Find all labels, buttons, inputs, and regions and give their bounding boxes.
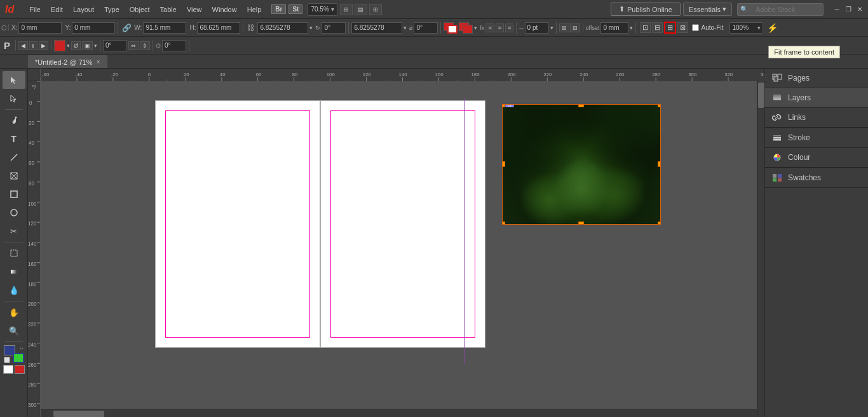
h-scrollbar-thumb[interactable]	[53, 411, 104, 417]
menu-window[interactable]: Window	[207, 3, 242, 16]
document-tab[interactable]: *Untitled-2 @ 71% ×	[28, 55, 107, 68]
flip-v[interactable]: ⇕	[140, 41, 150, 50]
field2-input[interactable]	[351, 22, 402, 34]
lock-icon[interactable]: 🔗	[122, 23, 132, 32]
ellipse-tool[interactable]	[3, 204, 25, 222]
constrain-icon[interactable]: ⛓	[247, 23, 255, 32]
menu-edit[interactable]: Edit	[46, 3, 68, 16]
offset-chevron[interactable]: ▾	[630, 25, 633, 31]
preview-mode-btn[interactable]	[15, 365, 25, 374]
canvas-area[interactable]: -60 -40 -20 0 20 40 60 80	[28, 69, 764, 417]
bridge-btn[interactable]: Br	[271, 4, 286, 14]
field2-chevron[interactable]: ▾	[403, 25, 407, 31]
vertical-scrollbar[interactable]	[757, 81, 764, 417]
minimize-button[interactable]: ─	[832, 4, 842, 15]
menu-file[interactable]: File	[24, 3, 46, 16]
next-frame[interactable]: ▶	[39, 41, 48, 50]
close-button[interactable]: ✕	[855, 4, 865, 15]
normal-mode-btn[interactable]	[3, 365, 13, 374]
doc-tab-close[interactable]: ×	[97, 58, 100, 65]
angle2-input[interactable]	[414, 22, 438, 34]
handle-bl[interactable]	[502, 222, 505, 225]
search-input[interactable]	[750, 4, 820, 15]
canvas-scroll[interactable]: ⊡	[41, 81, 764, 417]
stroke-chevron[interactable]: ▾	[474, 25, 477, 31]
handle-ml[interactable]	[502, 161, 505, 167]
zoom-input[interactable]	[732, 24, 756, 31]
menu-layout[interactable]: Layout	[68, 3, 99, 16]
handle-tr[interactable]	[658, 104, 661, 107]
panel-pages[interactable]: Pages	[765, 69, 868, 88]
align-center[interactable]: ≡	[496, 23, 504, 32]
dist-btn1[interactable]: ⊞	[559, 23, 569, 32]
align-left[interactable]: ≡	[485, 23, 494, 32]
menu-type[interactable]: Type	[99, 3, 125, 16]
fill-color-btn[interactable]	[54, 40, 65, 51]
menu-object[interactable]: Object	[125, 3, 155, 16]
angle4-input[interactable]	[162, 40, 186, 51]
zoom-chevron2[interactable]: ▾	[757, 25, 761, 31]
horizontal-scrollbar[interactable]	[41, 409, 757, 417]
panel-colour[interactable]: Colour	[765, 148, 868, 168]
publish-online-button[interactable]: ⬆ Publish Online	[611, 3, 681, 16]
stroke-input[interactable]	[525, 22, 549, 34]
image-frame[interactable]: ⊡	[502, 104, 661, 225]
menu-view[interactable]: View	[182, 3, 207, 16]
fx-icon[interactable]: fx	[480, 25, 484, 31]
scissors-tool[interactable]: ✂	[3, 222, 25, 240]
stroke-color-btn[interactable]: ▣	[82, 41, 93, 50]
field1-chevron[interactable]: ▾	[309, 25, 313, 31]
selection-tool[interactable]	[3, 71, 25, 89]
offset-input[interactable]	[600, 22, 628, 34]
menu-table[interactable]: Table	[155, 3, 182, 16]
stroke-chevron3[interactable]: ▾	[94, 43, 97, 49]
panel-swatches[interactable]: Swatches	[765, 168, 868, 188]
direct-selection-tool[interactable]	[3, 89, 25, 107]
angle3-input[interactable]	[103, 40, 127, 51]
prev-frame[interactable]: ◀	[18, 41, 28, 50]
menu-help[interactable]: Help	[242, 3, 267, 16]
scrollbar-thumb[interactable]	[758, 83, 764, 108]
fit-btn1[interactable]: ⊡	[640, 22, 651, 33]
handle-bc[interactable]	[578, 222, 584, 225]
line-tool[interactable]	[3, 149, 25, 166]
field1-input[interactable]	[257, 22, 308, 34]
essentials-button[interactable]: Essentials ▾	[683, 3, 732, 16]
panel-links[interactable]: Links	[765, 108, 868, 128]
flow-icon[interactable]: ⫾	[29, 41, 37, 50]
angle1-input[interactable]	[322, 22, 346, 34]
dist-btn2[interactable]: ⊟	[570, 23, 580, 32]
handle-br[interactable]	[658, 222, 661, 225]
view-mode-btn2[interactable]: ▤	[355, 4, 367, 15]
hand-tool[interactable]: ✋	[3, 303, 25, 321]
auto-fit-checkbox[interactable]	[692, 24, 699, 31]
page-left[interactable]	[155, 100, 320, 348]
restore-button[interactable]: ❐	[843, 4, 853, 15]
page-right[interactable]: ⊡	[320, 100, 485, 348]
y-input[interactable]	[72, 22, 115, 34]
handle-tc[interactable]	[578, 104, 584, 107]
panel-layers[interactable]: Layers	[765, 88, 868, 108]
fill-stroke-selector[interactable]: ↔ ⬜	[4, 345, 24, 363]
handle-mr[interactable]	[658, 161, 661, 167]
fill-chevron[interactable]: ▾	[67, 43, 70, 49]
lightning-icon[interactable]: ⚡	[767, 23, 778, 33]
rectangle-frame-tool[interactable]	[3, 167, 25, 185]
zoom-chevron[interactable]: ▾	[331, 6, 334, 13]
free-transform-tool[interactable]	[3, 244, 25, 262]
auto-fit-label[interactable]: Auto-Fit	[692, 24, 723, 31]
zoom-tool[interactable]: 🔍	[3, 322, 25, 340]
panel-stroke[interactable]: Stroke	[765, 128, 868, 148]
h-input[interactable]	[197, 22, 240, 34]
w-input[interactable]	[143, 22, 186, 34]
fit-frame-to-content-button[interactable]: ⊞	[664, 22, 676, 34]
text-tool[interactable]: T	[3, 130, 25, 148]
view-mode-btn3[interactable]: ⊞	[369, 4, 382, 15]
view-mode-btn1[interactable]: ⊞	[340, 4, 353, 15]
fit-btn4[interactable]: ⊠	[677, 22, 688, 33]
rectangle-tool[interactable]	[3, 185, 25, 203]
gradient-tool[interactable]	[3, 263, 25, 281]
fit-btn2[interactable]: ⊟	[652, 22, 663, 33]
align-right[interactable]: ≡	[505, 23, 513, 32]
stroke-color-icon[interactable]	[459, 22, 473, 34]
